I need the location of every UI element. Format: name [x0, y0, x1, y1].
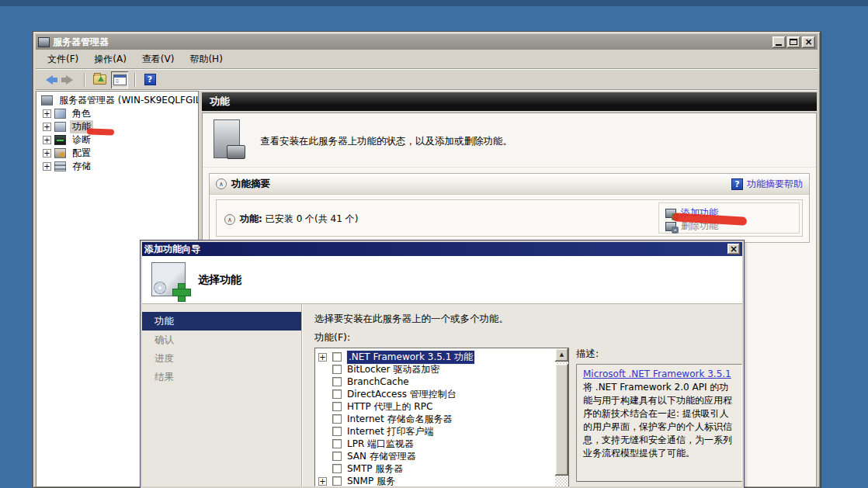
- feature-checkbox[interactable]: [332, 476, 342, 486]
- feature-checkbox[interactable]: [332, 389, 342, 399]
- feature-row[interactable]: +SNMP 服务: [315, 475, 555, 487]
- feature-label: SNMP 服务: [347, 475, 395, 488]
- feature-row[interactable]: HTTP 代理上的 RPC: [315, 400, 555, 413]
- feature-row[interactable]: BranchCache: [315, 376, 555, 388]
- features-icon: [54, 122, 66, 132]
- remove-features-icon: -: [665, 222, 676, 231]
- features-count-value: 已安装 0 个(共 41 个): [266, 213, 359, 226]
- feature-label: SAN 存储管理器: [347, 450, 416, 463]
- feature-label: LPR 端口监视器: [347, 438, 414, 451]
- expand-plus-icon[interactable]: +: [318, 477, 327, 486]
- close-button[interactable]: ×: [802, 36, 815, 48]
- menu-item-F[interactable]: 文件(F): [40, 51, 85, 67]
- dialog-titlebar[interactable]: 添加功能向导 ×: [142, 242, 742, 256]
- feature-row[interactable]: LPR 端口监视器: [315, 438, 555, 450]
- help-icon: ?: [731, 178, 743, 190]
- intro-text: 查看安装在此服务器上功能的状态，以及添加或删除功能。: [260, 135, 512, 148]
- feature-checkbox[interactable]: [332, 427, 342, 436]
- scrollbar-up-button[interactable]: ▲: [555, 348, 568, 362]
- feature-checkbox[interactable]: [332, 352, 342, 362]
- feature-row[interactable]: SMTP 服务器: [315, 462, 555, 475]
- feature-label: HTTP 代理上的 RPC: [347, 400, 432, 414]
- expand-plus-icon[interactable]: +: [43, 109, 51, 118]
- expander-slot: +: [318, 353, 330, 362]
- feature-row[interactable]: BitLocker 驱动器加密: [315, 363, 555, 376]
- back-button[interactable]: [40, 71, 57, 88]
- roles-icon: [54, 109, 66, 119]
- server-manager-icon: [41, 95, 53, 106]
- features-listbox: +.NET Framework 3.5.1 功能BitLocker 驱动器加密B…: [314, 348, 569, 488]
- wizard-heading: 选择功能: [198, 273, 241, 287]
- storage-icon: [54, 161, 66, 171]
- maximize-icon: [790, 39, 797, 45]
- tree-item-configuration[interactable]: +配置: [43, 147, 198, 160]
- feature-checkbox[interactable]: [332, 377, 342, 386]
- tree-root-label: 服务器管理器 (WIN-SK9EQLFGIL: [57, 94, 199, 107]
- expand-plus-icon[interactable]: +: [318, 353, 327, 362]
- titlebar[interactable]: 服务器管理器 ×: [36, 34, 818, 50]
- feature-label: Internet 打印客户端: [347, 425, 433, 438]
- collapse-chevron-icon[interactable]: ∧: [216, 178, 227, 189]
- window-title: 服务器管理器: [53, 36, 109, 49]
- wizard-steps: 功能确认进度结果: [142, 304, 302, 486]
- tree-item-label: 角色: [70, 107, 93, 120]
- collapse-chevron-icon[interactable]: ∧: [224, 214, 235, 225]
- red-marker-annotation: [87, 128, 114, 135]
- desktop-top-band: [0, 0, 868, 6]
- expand-plus-icon[interactable]: +: [43, 123, 51, 131]
- summary-help[interactable]: ? 功能摘要帮助: [731, 178, 803, 191]
- feature-row[interactable]: Internet 打印客户端: [315, 425, 555, 438]
- feature-checkbox[interactable]: [332, 439, 342, 448]
- expand-plus-icon[interactable]: +: [43, 149, 51, 157]
- console-view-button[interactable]: [111, 71, 128, 88]
- description-column: 描述: Microsoft .NET Framework 3.5.1 将 .NE…: [576, 348, 742, 488]
- feature-row[interactable]: DirectAccess 管理控制台: [315, 388, 555, 400]
- feature-row[interactable]: SAN 存储管理器: [315, 450, 555, 462]
- feature-checkbox[interactable]: [332, 452, 342, 461]
- menu-item-A[interactable]: 操作(A): [87, 51, 134, 67]
- tree-item-label: 存储: [70, 160, 93, 173]
- back-arrow-icon: [46, 75, 53, 85]
- feature-label: DirectAccess 管理控制台: [347, 388, 457, 401]
- minimize-button[interactable]: [773, 36, 786, 48]
- feature-checkbox[interactable]: [332, 402, 342, 411]
- expand-plus-icon[interactable]: +: [43, 162, 51, 171]
- wizard-step-进度: 进度: [142, 349, 301, 368]
- help-button[interactable]: ?: [141, 71, 158, 88]
- dialog-title: 添加功能向导: [144, 243, 200, 256]
- tree-item-features[interactable]: +功能: [43, 120, 198, 133]
- feature-label: BranchCache: [347, 376, 409, 387]
- tree-item-roles[interactable]: +角色: [43, 107, 198, 120]
- folder-icon: [93, 74, 106, 85]
- toolbar-separator: [84, 73, 85, 87]
- toolbar-separator: [134, 73, 135, 87]
- green-plus-icon: [172, 283, 189, 300]
- feature-checkbox[interactable]: [332, 365, 342, 374]
- tree-item-diagnostics[interactable]: +诊断: [43, 133, 198, 147]
- tree-root-server-manager[interactable]: 服务器管理器 (WIN-SK9EQLFGIL: [40, 94, 198, 107]
- scrollbar-thumb[interactable]: [555, 364, 568, 476]
- server-manager-app-icon: [38, 37, 50, 47]
- feature-checkbox[interactable]: [332, 464, 342, 473]
- forward-button[interactable]: [61, 71, 78, 88]
- feature-row[interactable]: Internet 存储命名服务器: [315, 413, 555, 425]
- framework-description-link[interactable]: Microsoft .NET Framework 3.5.1: [583, 369, 735, 379]
- feature-label: .NET Framework 3.5.1 功能: [347, 351, 474, 364]
- add-features-wizard-dialog: 添加功能向导 × 选择功能 功能确认进度结果 选择要安装在此服务器上的一个或多个…: [141, 241, 744, 488]
- feature-row[interactable]: +.NET Framework 3.5.1 功能: [315, 351, 555, 363]
- tree-item-storage[interactable]: +存储: [43, 160, 198, 173]
- menu-item-V[interactable]: 查看(V): [135, 51, 182, 67]
- features-summary-help-link[interactable]: 功能摘要帮助: [747, 178, 803, 191]
- wizard-step-确认: 确认: [142, 331, 301, 349]
- panel-header: 功能: [202, 92, 817, 111]
- show-folder-button[interactable]: [91, 71, 108, 88]
- close-icon: ×: [802, 36, 815, 48]
- feature-checkbox[interactable]: [332, 414, 342, 424]
- close-icon: ×: [727, 244, 740, 254]
- expand-plus-icon[interactable]: +: [43, 136, 51, 144]
- dialog-close-button[interactable]: ×: [727, 244, 740, 254]
- maximize-button[interactable]: [787, 36, 800, 48]
- menu-item-H[interactable]: 帮助(H): [182, 51, 229, 67]
- scrollbar[interactable]: ▲: [555, 348, 568, 488]
- features-count-label: 功能:: [240, 213, 262, 226]
